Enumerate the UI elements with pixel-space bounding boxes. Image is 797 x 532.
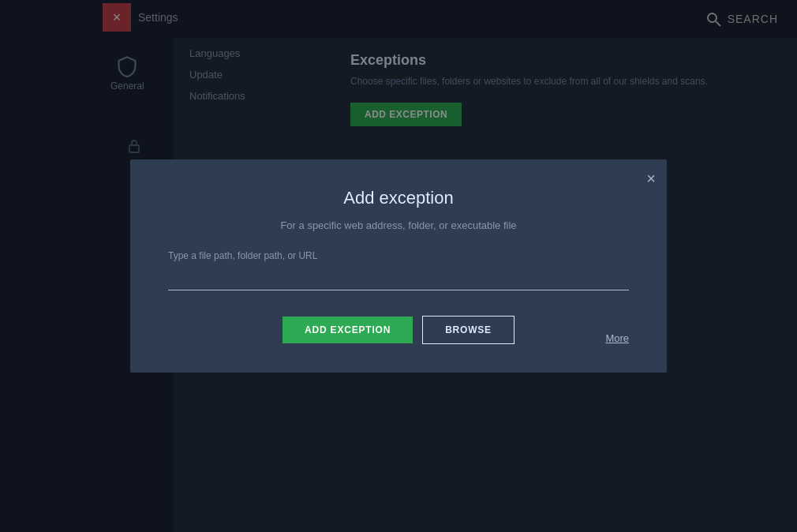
modal-close-button[interactable]: × <box>646 170 656 186</box>
modal-browse-button[interactable]: BROWSE <box>422 316 514 344</box>
modal-title: Add exception <box>168 188 629 208</box>
modal-subtitle: For a specific web address, folder, or e… <box>168 219 629 231</box>
modal-actions: ADD EXCEPTION BROWSE More <box>168 316 629 344</box>
modal-dialog: × Add exception For a specific web addre… <box>130 159 667 373</box>
modal-more-link[interactable]: More <box>605 332 629 344</box>
exception-path-input[interactable] <box>168 268 629 290</box>
modal-overlay: × Add exception For a specific web addre… <box>0 0 797 532</box>
modal-add-exception-button[interactable]: ADD EXCEPTION <box>283 317 413 343</box>
modal-input-label: Type a file path, folder path, or URL <box>168 250 629 261</box>
